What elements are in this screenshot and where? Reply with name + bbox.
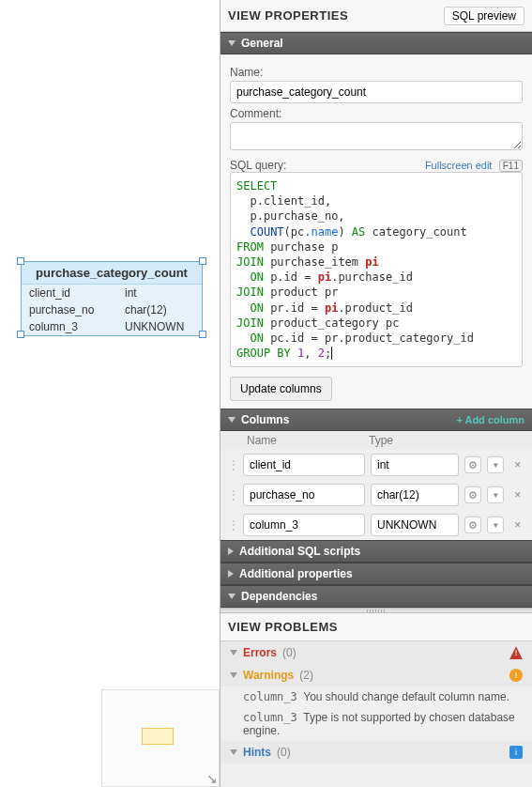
section-title: Additional SQL scripts [239, 545, 360, 558]
gear-icon[interactable] [464, 486, 481, 503]
chevron-down-icon [228, 417, 236, 423]
section-columns-header[interactable]: Columns + Add column [220, 409, 532, 431]
warning-col: column_3 [243, 690, 297, 703]
entity-table[interactable]: purchase_category_count client_idint pur… [21, 261, 203, 336]
cell: purchase_no [29, 303, 125, 316]
resize-handle-icon[interactable] [199, 257, 206, 265]
column-name-input[interactable] [243, 454, 365, 476]
chevron-down-icon[interactable] [487, 456, 504, 473]
horizontal-splitter[interactable] [220, 608, 532, 613]
warning-item[interactable]: column_3 Type is not supported by chosen… [220, 707, 532, 741]
chevron-down-icon [228, 40, 236, 46]
errors-section-header[interactable]: Errors (0) ! [220, 641, 532, 664]
comment-label: Comment: [230, 107, 523, 120]
cell: column_3 [29, 320, 125, 333]
warning-col: column_3 [243, 711, 297, 724]
columns-header-row: Name Type [220, 431, 532, 450]
col-header-type: Type [369, 434, 523, 447]
close-icon[interactable] [509, 517, 526, 533]
drag-handle-icon[interactable]: ⋮⋮ [228, 518, 237, 532]
chevron-down-icon [230, 749, 237, 755]
kbd-hint: F11 [499, 160, 523, 172]
column-row: ⋮⋮ [220, 450, 532, 480]
chevron-right-icon [228, 570, 234, 578]
drag-handle-icon[interactable]: ⋮⋮ [228, 458, 237, 471]
count: (0) [282, 646, 296, 659]
gear-icon[interactable] [464, 517, 481, 533]
section-title: Additional properties [239, 567, 353, 580]
diagram-canvas[interactable]: purchase_category_count client_idint pur… [0, 0, 220, 787]
update-columns-button[interactable]: Update columns [230, 377, 332, 401]
close-icon[interactable] [509, 456, 526, 473]
section-title: Errors [243, 646, 277, 659]
column-name-input[interactable] [243, 514, 365, 536]
column-row: ⋮⋮ [220, 480, 532, 510]
cell: int [125, 286, 194, 300]
problems-header: VIEW PROBLEMS [220, 613, 532, 641]
columns-list: ⋮⋮⋮⋮⋮⋮ [220, 450, 532, 540]
warning-item[interactable]: column_3 You should change default colum… [220, 687, 532, 707]
minimap-viewport[interactable] [142, 728, 174, 745]
sql-editor[interactable]: SELECT p.client_id, p.purchase_no, COUNT… [230, 172, 523, 367]
chevron-down-icon [230, 650, 237, 656]
resize-handle-icon[interactable] [17, 257, 24, 265]
drag-handle-icon[interactable]: ⋮⋮ [228, 488, 237, 502]
table-row: client_idint [22, 285, 202, 301]
column-row: ⋮⋮ [220, 510, 532, 540]
properties-panel: VIEW PROPERTIES SQL preview General Name… [220, 0, 532, 787]
chevron-down-icon[interactable] [487, 517, 504, 533]
sql-label: SQL query: [230, 159, 286, 172]
comment-input[interactable] [230, 122, 523, 150]
warning-badge-icon: ! [509, 669, 523, 682]
add-column-link[interactable]: + Add column [456, 414, 524, 425]
name-input[interactable] [230, 81, 523, 103]
count: (0) [277, 746, 291, 759]
error-badge-icon: ! [509, 646, 523, 659]
count: (2) [299, 669, 313, 682]
panel-title: VIEW PROPERTIES [228, 8, 348, 23]
gear-icon[interactable] [464, 456, 481, 473]
col-header-name: Name [247, 434, 369, 447]
panel-header: VIEW PROPERTIES SQL preview [220, 0, 532, 32]
resize-handle-icon[interactable] [199, 331, 206, 338]
resize-handle-icon[interactable] [17, 331, 24, 338]
minimap[interactable]: ↘ [101, 689, 220, 787]
chevron-down-icon [230, 672, 237, 678]
close-icon[interactable] [509, 486, 526, 503]
warnings-section-header[interactable]: Warnings (2) ! [220, 664, 532, 687]
sql-preview-button[interactable]: SQL preview [444, 7, 524, 25]
hints-section-header[interactable]: Hints (0) i [220, 741, 532, 764]
chevron-down-icon[interactable] [487, 486, 504, 503]
section-additional-props-header[interactable]: Additional properties [220, 563, 532, 585]
warning-text: You should change default column name. [303, 690, 509, 703]
cell: client_id [29, 286, 125, 300]
section-general-header[interactable]: General [220, 32, 532, 54]
column-type-input[interactable] [371, 484, 459, 506]
resize-corner-icon[interactable]: ↘ [206, 772, 218, 785]
section-general-body: Name: Comment: SQL query: Fullscreen edi… [220, 54, 532, 409]
section-title: General [241, 37, 283, 50]
info-badge-icon: i [509, 746, 523, 759]
section-additional-sql-header[interactable]: Additional SQL scripts [220, 540, 532, 563]
column-type-input[interactable] [371, 514, 459, 536]
fullscreen-edit-link[interactable]: Fullscreen edit [425, 160, 493, 171]
entity-title: purchase_category_count [22, 262, 202, 285]
section-title: Columns [241, 413, 289, 426]
section-title: Hints [243, 746, 271, 759]
column-type-input[interactable] [371, 454, 459, 476]
section-title: Warnings [243, 669, 294, 682]
name-label: Name: [230, 66, 523, 79]
column-name-input[interactable] [243, 484, 365, 506]
section-title: Dependencies [241, 590, 317, 603]
chevron-down-icon [228, 594, 236, 599]
cell: char(12) [125, 303, 194, 316]
panel-title: VIEW PROBLEMS [228, 620, 338, 634]
table-row: column_3UNKNOWN [22, 318, 202, 335]
chevron-right-icon [228, 548, 234, 555]
section-dependencies-header[interactable]: Dependencies [220, 585, 532, 608]
cell: UNKNOWN [125, 320, 194, 333]
table-row: purchase_nochar(12) [22, 301, 202, 318]
